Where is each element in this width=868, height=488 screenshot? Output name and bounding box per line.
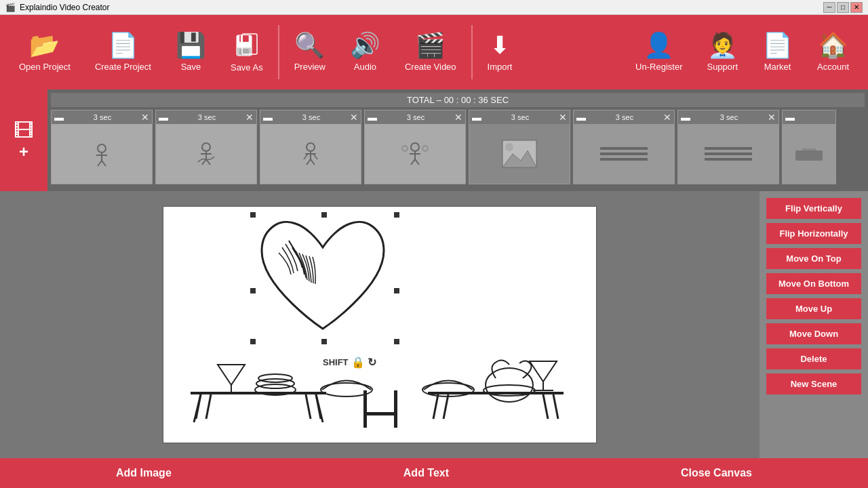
- svg-point-16: [307, 143, 315, 151]
- clip-icon: ▬: [263, 112, 273, 123]
- svg-line-51: [543, 394, 548, 419]
- clip-content: [156, 124, 256, 184]
- svg-line-52: [553, 394, 558, 419]
- support-icon: 🧑‍💼: [707, 33, 738, 58]
- clip-icon: ▬: [681, 112, 690, 123]
- timeline-clip[interactable]: ▬ 3 sec ✕: [469, 110, 570, 184]
- svg-line-9: [98, 161, 102, 166]
- bottom-toolbar: Add Image Add Text Close Canvas: [0, 458, 868, 488]
- delete-button[interactable]: Delete: [766, 348, 861, 369]
- svg-rect-61: [394, 390, 397, 428]
- clip-content: [574, 124, 674, 184]
- maximize-button[interactable]: □: [837, 2, 849, 13]
- clip-close-button[interactable]: ✕: [454, 112, 462, 123]
- svg-line-50: [443, 394, 448, 419]
- audio-button[interactable]: 🔊 Audio: [338, 28, 393, 77]
- import-icon: ⬇: [490, 33, 510, 58]
- svg-rect-48: [428, 392, 564, 394]
- move-on-top-button[interactable]: Move On Top: [766, 248, 861, 269]
- svg-rect-60: [363, 390, 367, 428]
- create-video-label: Create Video: [405, 62, 456, 72]
- import-label: Import: [488, 62, 513, 72]
- timeline-clip[interactable]: ▬ 3 sec ✕: [573, 110, 675, 184]
- clip-content: [469, 124, 570, 184]
- clip-close-button[interactable]: ✕: [559, 112, 567, 123]
- account-icon: 🏠: [818, 33, 848, 58]
- add-scene-button[interactable]: 🎞 +: [0, 89, 47, 191]
- timeline-clip[interactable]: ▬ 3 sec ✕: [364, 110, 466, 184]
- move-up-button[interactable]: Move Up: [766, 298, 861, 319]
- timeline-clip[interactable]: ▬ 3 sec ✕: [260, 110, 361, 184]
- close-button[interactable]: ✕: [850, 2, 863, 13]
- timeline-scroll[interactable]: TOTAL – 00 : 00 : 36 SEC ▬ 3 sec ✕: [47, 89, 868, 191]
- market-button[interactable]: 📄 Market: [750, 28, 805, 77]
- clip-close-button[interactable]: ✕: [663, 112, 671, 123]
- svg-point-29: [422, 146, 428, 151]
- svg-rect-33: [600, 147, 648, 150]
- svg-rect-39: [795, 150, 823, 161]
- un-register-icon: 👤: [644, 33, 674, 58]
- svg-rect-36: [705, 147, 752, 150]
- clip-close-button[interactable]: ✕: [350, 112, 358, 123]
- clip-close-button[interactable]: ✕: [141, 112, 149, 123]
- preview-button[interactable]: 🔍 Preview: [282, 28, 338, 77]
- add-text-button[interactable]: Add Text: [376, 462, 476, 485]
- clip-close-button[interactable]: ✕: [245, 112, 254, 123]
- support-button[interactable]: 🧑‍💼 Support: [694, 28, 750, 77]
- move-down-button[interactable]: Move Down: [766, 323, 861, 344]
- svg-point-32: [505, 143, 513, 151]
- un-register-button[interactable]: 👤 Un-Register: [623, 28, 694, 77]
- svg-point-23: [411, 143, 419, 151]
- save-button[interactable]: 💾 Save: [163, 28, 218, 77]
- flip-vertically-button[interactable]: Flip Vertically: [766, 198, 861, 219]
- timeline-area: 🎞 + TOTAL – 00 : 00 : 36 SEC ▬ 3 sec ✕: [0, 89, 868, 191]
- preview-icon: 🔍: [294, 33, 325, 58]
- account-button[interactable]: 🏠 Account: [805, 28, 861, 77]
- close-canvas-button[interactable]: Close Canvas: [654, 462, 779, 485]
- svg-marker-66: [530, 361, 557, 382]
- svg-rect-40: [802, 148, 816, 150]
- save-label: Save: [181, 62, 201, 72]
- flip-horizontally-button[interactable]: Flip Horizontally: [766, 223, 861, 244]
- timeline-clip[interactable]: ▬ 3 sec ✕: [155, 110, 257, 184]
- canvas[interactable]: SHIFT 🔒 ↻: [163, 206, 597, 443]
- move-on-bottom-button[interactable]: Move On Bottom: [766, 273, 861, 294]
- food-scene: [163, 317, 596, 443]
- clip-icon: ▬: [54, 112, 64, 123]
- clip-content: [260, 124, 361, 184]
- timeline-clip[interactable]: ▬ 3 sec ✕: [51, 110, 153, 184]
- main-toolbar: 📂 Open Project 📄 Create Project 💾 Save S…: [0, 15, 868, 89]
- svg-line-47: [316, 394, 321, 419]
- support-label: Support: [707, 62, 738, 72]
- svg-line-45: [206, 394, 211, 419]
- timeline-clip[interactable]: ▬ 3 sec ✕: [677, 110, 779, 184]
- svg-line-27: [415, 159, 419, 165]
- svg-line-14: [202, 159, 206, 165]
- audio-label: Audio: [354, 62, 376, 72]
- import-button[interactable]: ⬇ Import: [475, 28, 525, 77]
- minimize-button[interactable]: ─: [823, 2, 835, 13]
- svg-rect-38: [705, 158, 752, 161]
- clip-icon: ▬: [368, 112, 377, 123]
- clip-close-button[interactable]: ✕: [768, 112, 776, 123]
- svg-point-6: [98, 144, 106, 152]
- open-project-button[interactable]: 📂 Open Project: [7, 28, 83, 77]
- audio-icon: 🔊: [350, 33, 380, 58]
- svg-line-49: [433, 394, 438, 419]
- create-video-button[interactable]: 🎬 Create Video: [393, 28, 469, 77]
- timeline-tracks: ▬ 3 sec ✕ ▬ 3 se: [51, 110, 865, 184]
- create-project-button[interactable]: 📄 Create Project: [83, 28, 163, 77]
- clip-icon: ▬: [159, 112, 168, 123]
- clip-duration: 3 sec: [380, 113, 452, 121]
- market-label: Market: [764, 62, 791, 72]
- new-scene-button[interactable]: New Scene: [766, 373, 861, 394]
- timeline-clip[interactable]: ▬: [782, 110, 836, 184]
- svg-line-44: [196, 394, 201, 419]
- svg-line-21: [304, 154, 308, 159]
- add-image-button[interactable]: Add Image: [89, 462, 199, 485]
- titlebar: 🎬 Explaindio Video Creator ─ □ ✕: [0, 0, 868, 15]
- clip-content: [365, 124, 465, 184]
- save-as-button[interactable]: Save As: [218, 27, 275, 78]
- app-title: Explaindio Video Creator: [20, 3, 823, 12]
- plus-icon: +: [19, 142, 28, 161]
